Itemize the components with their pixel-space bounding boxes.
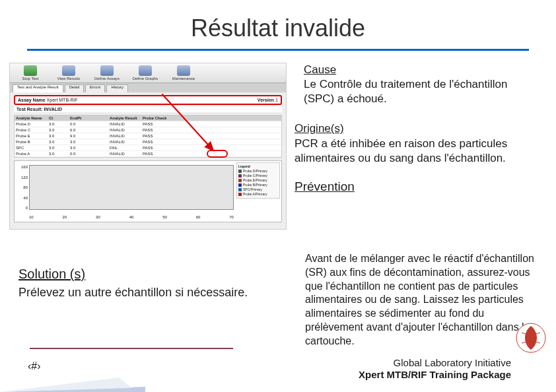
slide-title: Résultat invalide — [0, 0, 556, 49]
test-result-row: Test Result: INVALID — [14, 106, 282, 112]
software-screenshot: Stop TestView ResultsDefine AssaysDefine… — [9, 63, 287, 230]
toolbar: Stop TestView ResultsDefine AssaysDefine… — [10, 63, 286, 83]
tab: History — [106, 84, 128, 92]
corner-accent-icon — [0, 354, 145, 392]
tab: Errors — [85, 84, 105, 92]
origin-heading: Origine(s) — [295, 121, 539, 136]
footer-line-2: Xpert MTB/RIF Training Package — [359, 369, 511, 381]
table-row: Probe B3.03.0INVALIDPASS — [15, 139, 281, 145]
prevention-text: Avant de le mélanger avec le réactif d'é… — [305, 252, 543, 348]
cause-section: Cause Le Contrôle du traitement de l'éch… — [295, 63, 539, 106]
legend-item: Probe B/Primary — [238, 183, 278, 187]
solution-section: Solution (s) Prélevez un autre échantill… — [18, 267, 283, 300]
toolbar-item: View Results — [51, 65, 87, 81]
table-row: Probe A3.00.0INVALIDPASS — [15, 151, 281, 157]
tab: Test and Analyte Result — [13, 84, 63, 92]
title-divider — [27, 49, 529, 51]
origin-section: Origine(s) PCR a été inhibée en raison d… — [295, 121, 539, 165]
result-table: Analyte NameCtEndPtAnalyte ResultProbe C… — [14, 115, 282, 158]
footer-branding: Global Laboratory Initiative Xpert MTB/R… — [359, 357, 511, 382]
cause-heading: Cause — [304, 63, 539, 77]
table-row: Probe E3.09.0INVALIDPASS — [15, 133, 281, 139]
page-number: ‹#› — [28, 360, 41, 372]
prevention-heading: Prévention — [295, 179, 539, 195]
assay-name-row: Assay Name Xpert MTB-RIF Version 1 — [14, 95, 282, 105]
origin-text: PCR a été inhibée en raison des particul… — [295, 137, 539, 166]
legend-item: Probe E/Primary — [238, 178, 278, 182]
table-row: SPC3.03.0FAILPASS — [15, 145, 281, 151]
legend-item: Probe A/Primary — [238, 192, 278, 196]
cause-text: Le Contrôle du traitement de l'échantill… — [304, 77, 539, 106]
toolbar-item: Define Assays — [89, 65, 125, 81]
toolbar-item: Define Graphs — [127, 65, 163, 81]
chart-legend: LegendProbe D/PrimaryProbe C/PrimaryProb… — [236, 162, 280, 199]
solution-text: Prélevez un autre échantillon si nécessa… — [18, 286, 283, 300]
footer-line-1: Global Laboratory Initiative — [359, 357, 511, 370]
tab: Detail — [65, 84, 84, 92]
legend-item: Probe C/Primary — [238, 174, 278, 178]
tab-strip: Test and Analyte ResultDetailErrorsHisto… — [10, 83, 286, 92]
amplification-chart: 04080120160 10203040506070 LegendProbe D… — [14, 160, 282, 222]
gli-logo-icon — [515, 322, 547, 354]
table-row: Probe D3.00.0INVALIDPASS — [15, 121, 281, 127]
legend-item: SPC/Primary — [238, 187, 278, 191]
table-row: Probe C3.06.0INVALIDPASS — [15, 127, 281, 133]
toolbar-item: Maintenance — [166, 65, 201, 81]
solution-heading: Solution (s) — [18, 267, 283, 282]
toolbar-item: Stop Test — [13, 65, 48, 81]
legend-item: Probe D/Primary — [238, 169, 278, 173]
